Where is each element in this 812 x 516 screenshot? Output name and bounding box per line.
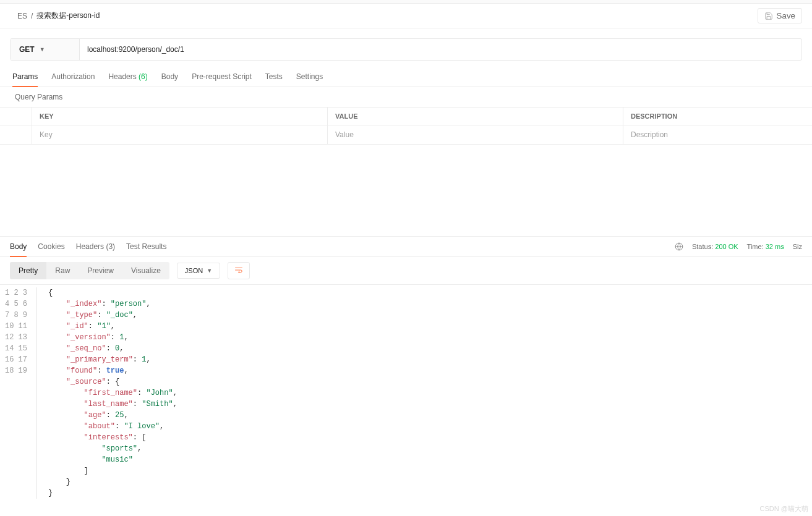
tab-response-headers-label: Headers xyxy=(76,242,104,251)
tab-headers-count: (6) xyxy=(139,72,148,81)
wrap-icon xyxy=(234,267,243,273)
params-table: KEY VALUE DESCRIPTION Key Value Descript… xyxy=(0,107,812,145)
status-label: Status: xyxy=(692,243,713,250)
breadcrumb-row: ES / 搜索数据-person-id Save xyxy=(0,4,812,28)
chevron-down-icon: ▼ xyxy=(207,268,212,274)
view-pretty[interactable]: Pretty xyxy=(10,262,46,279)
tab-headers-label: Headers xyxy=(108,72,136,81)
description-column-header: DESCRIPTION xyxy=(623,108,812,125)
row-checkbox-cell[interactable] xyxy=(0,125,32,144)
method-value: GET xyxy=(19,45,35,54)
response-body[interactable]: 1 2 3 4 5 6 7 8 9 10 11 12 13 14 15 16 1… xyxy=(0,285,812,501)
breadcrumb-current[interactable]: 搜索数据-person-id xyxy=(36,11,100,21)
time-value: 32 ms xyxy=(766,243,784,250)
value-column-header: VALUE xyxy=(328,108,623,125)
globe-icon[interactable] xyxy=(675,242,683,251)
format-value: JSON xyxy=(185,267,203,274)
description-input[interactable]: Description xyxy=(623,125,812,144)
fold-column xyxy=(35,287,43,499)
time-label: Time: xyxy=(747,243,764,250)
breadcrumb: ES / 搜索数据-person-id xyxy=(17,11,100,21)
query-params-title: Query Params xyxy=(0,87,812,107)
tab-tests[interactable]: Tests xyxy=(265,67,283,87)
save-button[interactable]: Save xyxy=(758,8,802,23)
breadcrumb-separator: / xyxy=(31,12,33,20)
line-gutter: 1 2 3 4 5 6 7 8 9 10 11 12 13 14 15 16 1… xyxy=(0,287,35,499)
time-block: Time: 32 ms xyxy=(747,243,784,250)
response-meta: Status: 200 OK Time: 32 ms Siz xyxy=(675,242,802,251)
code-lines[interactable]: { "_index": "person", "_type": "_doc", "… xyxy=(43,287,812,499)
request-url-bar: GET ▼ xyxy=(10,38,802,61)
tab-params[interactable]: Params xyxy=(12,67,38,87)
key-column-header: KEY xyxy=(32,108,328,125)
request-tabs: Params Authorization Headers (6) Body Pr… xyxy=(0,67,812,87)
format-selector[interactable]: JSON ▼ xyxy=(177,263,220,279)
chevron-down-icon: ▼ xyxy=(40,46,45,53)
tab-headers[interactable]: Headers (6) xyxy=(108,67,147,87)
tab-prerequest-script[interactable]: Pre-request Script xyxy=(192,67,252,87)
status-block: Status: 200 OK xyxy=(692,243,738,250)
tab-settings[interactable]: Settings xyxy=(296,67,323,87)
response-tabs-row: Body Cookies Headers (3) Test Results St… xyxy=(0,236,812,257)
method-selector[interactable]: GET ▼ xyxy=(11,39,80,60)
tab-response-headers[interactable]: Headers (3) xyxy=(76,237,115,256)
tab-authorization[interactable]: Authorization xyxy=(51,67,95,87)
request-body-spacer xyxy=(0,145,812,236)
key-input[interactable]: Key xyxy=(32,125,328,144)
response-controls: Pretty Raw Preview Visualize JSON ▼ xyxy=(0,257,812,285)
view-mode-segment: Pretty Raw Preview Visualize xyxy=(10,262,169,279)
save-icon xyxy=(764,12,773,20)
url-input[interactable] xyxy=(80,39,801,60)
view-preview[interactable]: Preview xyxy=(79,262,122,279)
wrap-lines-button[interactable] xyxy=(228,262,250,279)
view-raw[interactable]: Raw xyxy=(46,262,79,279)
status-value: 200 OK xyxy=(715,243,738,250)
save-label: Save xyxy=(777,11,795,20)
table-header-row: KEY VALUE DESCRIPTION xyxy=(0,108,812,125)
tab-cookies[interactable]: Cookies xyxy=(38,237,64,256)
value-input[interactable]: Value xyxy=(328,125,623,144)
tab-body[interactable]: Body xyxy=(161,67,178,87)
checkbox-column-header xyxy=(0,108,32,125)
tab-test-results[interactable]: Test Results xyxy=(126,237,166,256)
breadcrumb-root[interactable]: ES xyxy=(17,12,27,20)
tab-response-headers-count: (3) xyxy=(106,242,115,251)
response-tabs: Body Cookies Headers (3) Test Results xyxy=(10,237,166,256)
size-block: Siz xyxy=(793,243,802,250)
table-row[interactable]: Key Value Description xyxy=(0,125,812,144)
view-visualize[interactable]: Visualize xyxy=(122,262,169,279)
tab-response-body[interactable]: Body xyxy=(10,237,27,257)
